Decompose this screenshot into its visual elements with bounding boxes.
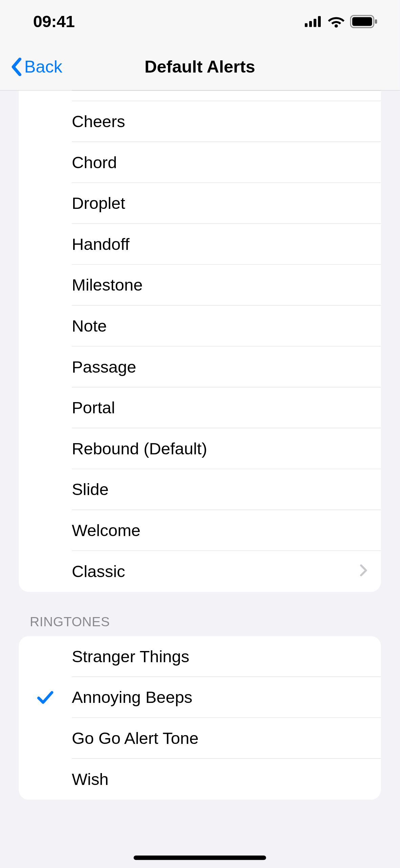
alert-tone-group: Cheers Chord Droplet Handoff (19, 90, 381, 592)
list-item[interactable]: Milestone (19, 265, 381, 306)
cellular-icon (305, 16, 322, 27)
list-item[interactable]: Annoying Beeps (19, 677, 381, 718)
list-item[interactable]: Droplet (19, 183, 381, 224)
list-item-label: Droplet (72, 194, 125, 212)
list-item[interactable]: Slide (19, 469, 381, 510)
list-item[interactable]: Chord (19, 142, 381, 183)
list-item[interactable]: Cheers (19, 101, 381, 142)
list-item-label: Annoying Beeps (72, 688, 192, 707)
list-item-label: Stranger Things (72, 647, 189, 666)
battery-icon (350, 15, 378, 28)
home-indicator[interactable] (133, 855, 266, 860)
list-item-label: Passage (72, 357, 136, 376)
svg-point-4 (335, 24, 338, 28)
list-item-label: Slide (72, 480, 109, 499)
svg-rect-3 (318, 16, 321, 27)
list-item-classic[interactable]: Classic (19, 551, 381, 592)
list-item-label: Milestone (72, 276, 143, 294)
list-item-label: Rebound (Default) (72, 439, 207, 458)
ringtones-group: Stranger Things Annoying Beeps (19, 636, 381, 800)
list-item-label: Go Go Alert Tone (72, 729, 198, 747)
list-item-label: Handoff (72, 235, 129, 253)
list-item-label: Cheers (72, 112, 125, 131)
list-item[interactable]: Passage (19, 347, 381, 388)
wifi-icon (328, 16, 344, 28)
list-item[interactable]: Wish (19, 759, 381, 800)
list-item[interactable]: Note (19, 305, 381, 347)
list-item[interactable]: Handoff (19, 224, 381, 265)
list-item[interactable]: Welcome (19, 510, 381, 551)
list-item[interactable]: Rebound (Default) (19, 428, 381, 469)
chevron-right-icon (360, 564, 368, 579)
section-header-ringtones: RINGTONES (19, 592, 381, 636)
list-item-label: Chord (72, 153, 117, 172)
svg-rect-7 (375, 19, 377, 24)
list-item[interactable]: Stranger Things (19, 636, 381, 677)
list-item[interactable]: Go Go Alert Tone (19, 718, 381, 759)
list-item-label: Wish (72, 770, 109, 789)
status-bar: 09:41 (0, 0, 400, 43)
status-indicators (305, 15, 378, 28)
list-item[interactable] (19, 90, 381, 101)
list-item[interactable]: Portal (19, 388, 381, 429)
chevron-left-icon (10, 57, 22, 77)
list-item-label: Portal (72, 398, 115, 417)
svg-rect-0 (305, 23, 308, 27)
svg-rect-6 (352, 17, 372, 26)
list-item-label: Note (72, 316, 107, 335)
list-item-label: Classic (72, 562, 125, 581)
checkmark-icon (37, 690, 54, 705)
page-title: Default Alerts (145, 57, 255, 77)
back-button[interactable]: Back (0, 57, 62, 77)
back-label: Back (24, 57, 62, 77)
list-item-label: Welcome (72, 521, 141, 539)
svg-rect-1 (309, 21, 312, 27)
navigation-bar: Back Default Alerts (0, 43, 400, 91)
status-time: 09:41 (33, 12, 75, 31)
svg-rect-2 (314, 19, 316, 27)
